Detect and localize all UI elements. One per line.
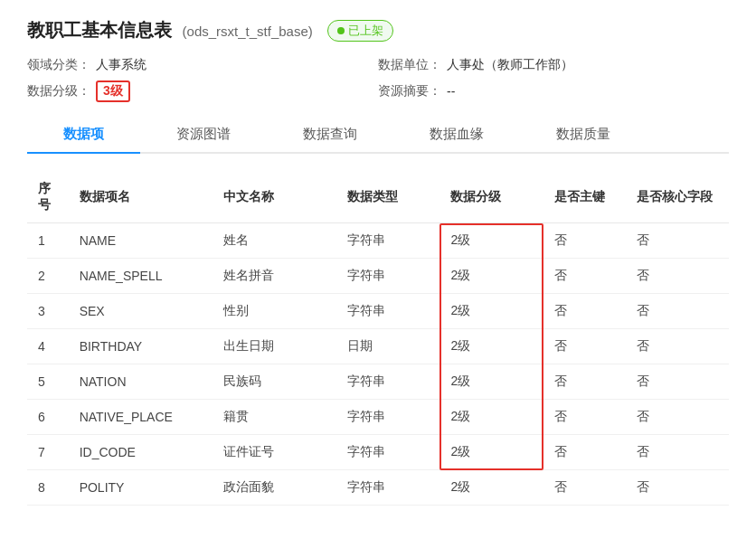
meta-source: 数据单位： 人事处（教师工作部）	[378, 57, 729, 73]
level-label: 数据分级：	[27, 83, 90, 99]
meta-domain: 领域分类： 人事系统	[27, 57, 378, 73]
meta-info: 领域分类： 人事系统 数据单位： 人事处（教师工作部） 数据分级： 3级 资源摘…	[27, 57, 729, 102]
table-row: 5NATION民族码字符串2级否否	[27, 364, 729, 400]
tab-data-query[interactable]: 数据查询	[267, 117, 393, 154]
tab-data-quality[interactable]: 数据质量	[520, 117, 647, 154]
cell-type: 字符串	[336, 400, 439, 435]
cell-core: 否	[626, 294, 729, 329]
cell-core: 否	[626, 259, 729, 294]
cell-field: NAME	[69, 223, 213, 259]
cell-seq: 8	[27, 470, 69, 506]
tab-data-lineage[interactable]: 数据血缘	[393, 117, 520, 154]
cell-level: 2级	[439, 259, 543, 294]
status-dot-icon	[337, 27, 345, 34]
col-header-type: 数据类型	[336, 172, 439, 223]
cell-pk: 否	[543, 223, 626, 259]
cell-type: 字符串	[336, 223, 439, 259]
meta-level: 数据分级： 3级	[27, 80, 378, 102]
cell-core: 否	[626, 470, 729, 506]
cell-level: 2级	[439, 435, 543, 470]
title-subtitle: (ods_rsxt_t_stf_base)	[183, 24, 313, 39]
tab-data-items[interactable]: 数据项	[27, 117, 140, 154]
status-text: 已上架	[348, 23, 383, 39]
meta-summary: 资源摘要： --	[378, 80, 729, 102]
cell-seq: 7	[27, 435, 69, 470]
col-header-pk: 是否主键	[543, 172, 626, 223]
cell-seq: 1	[27, 223, 69, 259]
cell-level: 2级	[439, 294, 543, 329]
col-header-field: 数据项名	[69, 172, 213, 223]
cell-field: POLITY	[69, 470, 213, 506]
data-table: 序号 数据项名 中文名称 数据类型 数据分级 是否主键	[27, 172, 729, 506]
tab-bar: 数据项 资源图谱 数据查询 数据血缘 数据质量	[27, 117, 729, 154]
cell-seq: 6	[27, 400, 69, 435]
page-title: 教职工基本信息表 (ods_rsxt_t_stf_base)	[27, 18, 313, 43]
cell-pk: 否	[543, 294, 626, 329]
cell-cn: 籍贯	[213, 400, 336, 435]
cell-core: 否	[626, 400, 729, 435]
title-text: 教职工基本信息表	[27, 20, 172, 40]
col-header-cn: 中文名称	[213, 172, 336, 223]
summary-label: 资源摘要：	[378, 83, 441, 99]
cell-field: NATIVE_PLACE	[69, 400, 213, 435]
table-row: 4BIRTHDAY出生日期日期2级否否	[27, 329, 729, 364]
col-header-core: 是否核心字段	[626, 172, 729, 223]
table-row: 6NATIVE_PLACE籍贯字符串2级否否	[27, 400, 729, 435]
cell-cn: 姓名拼音	[213, 259, 336, 294]
cell-pk: 否	[543, 329, 626, 364]
cell-cn: 出生日期	[213, 329, 336, 364]
table-row: 1NAME姓名字符串2级否否	[27, 223, 729, 259]
cell-level: 2级	[439, 470, 543, 506]
tab-resource-map[interactable]: 资源图谱	[140, 117, 267, 154]
domain-value: 人事系统	[96, 57, 146, 73]
cell-field: ID_CODE	[69, 435, 213, 470]
source-value: 人事处（教师工作部）	[447, 57, 573, 73]
cell-core: 否	[626, 329, 729, 364]
cell-cn: 政治面貌	[213, 470, 336, 506]
cell-pk: 否	[543, 259, 626, 294]
cell-core: 否	[626, 364, 729, 400]
cell-pk: 否	[543, 470, 626, 506]
cell-pk: 否	[543, 364, 626, 400]
table-row: 7ID_CODE证件证号字符串2级否否	[27, 435, 729, 470]
table-row: 3SEX性别字符串2级否否	[27, 294, 729, 329]
table-header-row: 序号 数据项名 中文名称 数据类型 数据分级 是否主键	[27, 172, 729, 223]
cell-cn: 姓名	[213, 223, 336, 259]
data-table-container: 序号 数据项名 中文名称 数据类型 数据分级 是否主键	[27, 172, 729, 506]
cell-pk: 否	[543, 400, 626, 435]
cell-seq: 5	[27, 364, 69, 400]
cell-field: SEX	[69, 294, 213, 329]
cell-type: 日期	[336, 329, 439, 364]
cell-type: 字符串	[336, 364, 439, 400]
cell-core: 否	[626, 435, 729, 470]
cell-level: 2级	[439, 364, 543, 400]
cell-seq: 2	[27, 259, 69, 294]
cell-seq: 3	[27, 294, 69, 329]
cell-level: 2级	[439, 400, 543, 435]
table-row: 8POLITY政治面貌字符串2级否否	[27, 470, 729, 506]
cell-level: 2级	[439, 223, 543, 259]
cell-cn: 证件证号	[213, 435, 336, 470]
col-header-level: 数据分级	[439, 172, 543, 223]
cell-level: 2级	[439, 329, 543, 364]
domain-label: 领域分类：	[27, 57, 90, 73]
cell-field: NAME_SPELL	[69, 259, 213, 294]
cell-seq: 4	[27, 329, 69, 364]
summary-value: --	[447, 84, 455, 99]
cell-field: NATION	[69, 364, 213, 400]
cell-type: 字符串	[336, 294, 439, 329]
table-row: 2NAME_SPELL姓名拼音字符串2级否否	[27, 259, 729, 294]
cell-field: BIRTHDAY	[69, 329, 213, 364]
cell-pk: 否	[543, 435, 626, 470]
cell-type: 字符串	[336, 259, 439, 294]
cell-type: 字符串	[336, 435, 439, 470]
source-label: 数据单位：	[378, 57, 441, 73]
status-badge: 已上架	[327, 20, 393, 42]
cell-core: 否	[626, 223, 729, 259]
cell-type: 字符串	[336, 470, 439, 506]
cell-cn: 民族码	[213, 364, 336, 400]
level-value: 3级	[96, 80, 130, 102]
col-header-seq: 序号	[27, 172, 69, 223]
cell-cn: 性别	[213, 294, 336, 329]
